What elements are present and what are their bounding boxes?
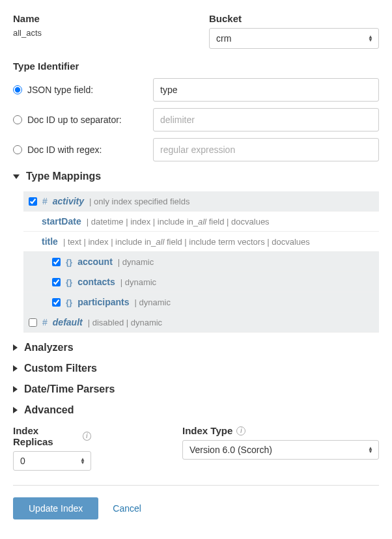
mapping-startdate-row[interactable]: startDate | datetime | index | include i… xyxy=(23,212,379,232)
type-identifier-heading: Type Identifier xyxy=(13,61,379,72)
analyzers-header[interactable]: Analyzers xyxy=(13,342,379,353)
hash-icon: # xyxy=(42,317,48,327)
index-type-value: Version 6.0 (Scorch) xyxy=(189,445,272,455)
doc-id-separator-radio-label[interactable]: Doc ID up to separator: xyxy=(13,115,140,125)
chevron-right-icon xyxy=(13,407,18,413)
select-arrows-icon: ▲▼ xyxy=(80,458,85,464)
index-type-label: Index Type i xyxy=(182,425,379,436)
index-replicas-label: Index Replicas i xyxy=(13,425,91,447)
doc-id-regex-text: Doc ID with regex: xyxy=(27,145,102,155)
chevron-right-icon xyxy=(13,344,18,351)
bucket-label: Bucket xyxy=(209,13,379,24)
mapping-participants-props: | dynamic xyxy=(134,297,170,307)
mapping-contacts-row[interactable]: {} contacts | dynamic xyxy=(23,272,379,292)
braces-icon: {} xyxy=(66,297,72,307)
select-arrows-icon: ▲▼ xyxy=(368,447,373,453)
bucket-select[interactable]: crm ▲▼ xyxy=(209,28,379,49)
advanced-title: Advanced xyxy=(24,404,74,416)
json-type-field-text: JSON type field: xyxy=(27,85,93,95)
index-replicas-select[interactable]: 0 ▲▼ xyxy=(13,451,91,471)
json-type-field-radio[interactable] xyxy=(13,85,22,94)
custom-filters-title: Custom Filters xyxy=(24,363,97,374)
index-replicas-value: 0 xyxy=(20,456,25,466)
braces-icon: {} xyxy=(66,257,72,267)
name-label: Name xyxy=(13,13,183,24)
mapping-activity-row[interactable]: # activity | only index specified fields xyxy=(23,191,379,212)
analyzers-title: Analyzers xyxy=(24,342,74,353)
mapping-startdate-props: | datetime | index | include in_all fiel… xyxy=(87,217,270,227)
mapping-default-row[interactable]: # default | disabled | dynamic xyxy=(23,312,379,333)
doc-id-separator-radio[interactable] xyxy=(13,115,22,124)
mapping-contacts-props: | dynamic xyxy=(120,277,156,287)
mapping-contacts-name: contacts xyxy=(77,277,115,287)
index-type-select[interactable]: Version 6.0 (Scorch) ▲▼ xyxy=(182,440,379,460)
json-type-field-radio-label[interactable]: JSON type field: xyxy=(13,85,140,95)
custom-filters-header[interactable]: Custom Filters xyxy=(13,363,379,374)
mapping-contacts-checkbox[interactable] xyxy=(52,278,61,286)
mapping-activity-props: | only index specified fields xyxy=(89,197,189,206)
mapping-account-name: account xyxy=(77,256,113,267)
bucket-select-value: crm xyxy=(216,33,231,44)
doc-id-regex-input[interactable] xyxy=(153,138,379,161)
divider xyxy=(13,485,379,486)
mapping-startdate-name: startDate xyxy=(42,216,81,227)
mapping-participants-row[interactable]: {} participants | dynamic xyxy=(23,292,379,312)
type-mappings-header[interactable]: Type Mappings xyxy=(13,171,379,182)
update-index-button[interactable]: Update Index xyxy=(13,497,98,519)
info-icon[interactable]: i xyxy=(236,426,245,435)
mapping-account-row[interactable]: {} account | dynamic xyxy=(23,252,379,272)
mapping-default-checkbox[interactable] xyxy=(29,318,37,327)
mapping-title-name: title xyxy=(42,236,58,247)
doc-id-separator-text: Doc ID up to separator: xyxy=(27,115,122,125)
cancel-button[interactable]: Cancel xyxy=(113,503,141,514)
mapping-activity-name: activity xyxy=(53,196,84,206)
chevron-right-icon xyxy=(13,365,18,372)
select-arrows-icon: ▲▼ xyxy=(368,35,373,42)
advanced-header[interactable]: Advanced xyxy=(13,404,379,416)
json-type-field-input[interactable] xyxy=(153,78,379,102)
mapping-default-name: default xyxy=(53,317,83,327)
mapping-account-props: | dynamic xyxy=(118,257,154,267)
hash-icon: # xyxy=(42,196,48,206)
name-value: all_acts xyxy=(13,28,183,38)
doc-id-regex-radio-label[interactable]: Doc ID with regex: xyxy=(13,145,140,155)
doc-id-separator-input[interactable] xyxy=(153,108,379,131)
datetime-parsers-header[interactable]: Date/Time Parsers xyxy=(13,383,379,395)
mapping-title-props: | text | index | include in_all field | … xyxy=(63,237,310,247)
mapping-account-checkbox[interactable] xyxy=(52,258,61,266)
mapping-title-row[interactable]: title | text | index | include in_all fi… xyxy=(23,232,379,252)
doc-id-regex-radio[interactable] xyxy=(13,145,22,154)
braces-icon: {} xyxy=(66,277,72,287)
info-icon[interactable]: i xyxy=(83,432,91,441)
mapping-participants-checkbox[interactable] xyxy=(52,298,61,307)
datetime-parsers-title: Date/Time Parsers xyxy=(24,383,115,395)
mapping-activity-checkbox[interactable] xyxy=(29,197,37,206)
chevron-right-icon xyxy=(13,386,18,393)
chevron-down-icon xyxy=(13,174,20,179)
type-mappings-title: Type Mappings xyxy=(26,171,101,182)
mapping-participants-name: participants xyxy=(77,297,129,307)
mapping-default-props: | disabled | dynamic xyxy=(88,318,162,327)
